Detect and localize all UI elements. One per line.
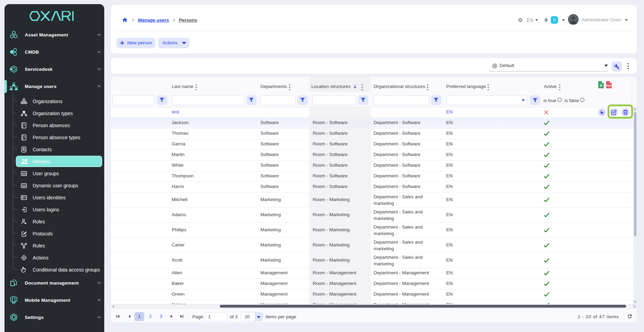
svg-text:PDF: PDF bbox=[607, 84, 612, 87]
svg-text:X: X bbox=[600, 84, 602, 88]
